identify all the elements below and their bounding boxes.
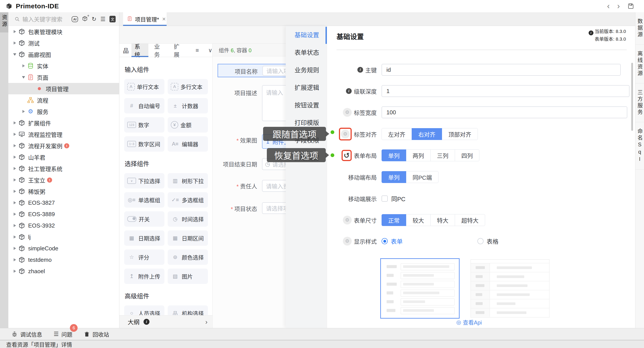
toolbar-回收站[interactable]: 回收站	[84, 330, 109, 338]
tree-item[interactable]: 稀饭粥	[8, 186, 119, 197]
palette-item-评分[interactable]: ☆评分	[124, 249, 164, 265]
tree-item[interactable]: ⚙ 服务	[8, 106, 119, 117]
palette-item-颜色选择[interactable]: ⊚颜色选择	[168, 249, 208, 265]
tree-collapsed-arrow-icon[interactable]	[21, 64, 26, 67]
palette-item-数字[interactable]: 123数字	[124, 117, 164, 133]
palette-item-日期选择[interactable]: ▦日期选择	[124, 230, 164, 246]
palette-item-多选框组[interactable]: ✓≡多选框组	[168, 192, 208, 207]
palette-tab-系统[interactable]: 系统	[132, 44, 148, 57]
table-style-preview[interactable]	[470, 259, 550, 318]
grid-menu-icon[interactable]: 品	[123, 46, 129, 55]
select-control[interactable]: 请选择项目状态	[262, 202, 286, 214]
tree-item[interactable]: 社工管理系统	[8, 163, 119, 174]
scrollbar-thumb[interactable]	[631, 63, 633, 131]
setting-input-主键[interactable]	[382, 64, 621, 76]
option-特大[interactable]: 特大	[430, 214, 455, 226]
nav-forward-icon[interactable]: ›	[617, 2, 620, 10]
option-超特大[interactable]: 超特大	[455, 214, 485, 226]
tree-expanded-arrow-icon[interactable]	[21, 76, 26, 79]
nav-back-icon[interactable]: ‹	[607, 2, 610, 10]
tree-collapsed-arrow-icon[interactable]	[12, 121, 18, 124]
palette-item-单行文本[interactable]: A单行文本	[124, 79, 164, 94]
tree-collapsed-arrow-icon[interactable]	[12, 270, 18, 273]
palette-item-金额[interactable]: ¥金额	[168, 117, 208, 133]
tree-collapsed-arrow-icon[interactable]	[12, 224, 18, 227]
undo-icon[interactable]: ↺	[344, 152, 350, 159]
option-单列[interactable]: 单列	[382, 171, 406, 183]
option-顶部对齐[interactable]: 顶部对齐	[442, 128, 478, 140]
form-style-preview[interactable]	[380, 258, 460, 319]
tree-item[interactable]: 流程监控管理	[8, 129, 119, 140]
tree-collapsed-arrow-icon[interactable]	[12, 144, 18, 147]
input-control[interactable]: 请输入项目名称	[262, 66, 286, 76]
tree-collapsed-arrow-icon[interactable]	[12, 190, 18, 193]
tree-item[interactable]: 画廊视图	[8, 49, 119, 60]
palette-item-单选框组[interactable]: ◎≡单选框组	[124, 192, 164, 207]
tree-item[interactable]: testdemo	[8, 254, 119, 266]
radio-表格[interactable]: 表格	[478, 237, 498, 246]
tab-project-management[interactable]: 项目管理* ×	[123, 12, 166, 26]
palette-item-开关[interactable]: 开关	[124, 211, 164, 227]
view-api-link[interactable]: ◎ 查看Api	[456, 318, 482, 326]
palette-item-图片[interactable]: ▧图片	[168, 269, 208, 284]
option-两列[interactable]: 两列	[406, 150, 430, 161]
toolbar-问题[interactable]: ☰ 问题 6	[54, 330, 72, 338]
option-正常[interactable]: 正常	[382, 214, 406, 226]
tree-collapsed-arrow-icon[interactable]	[12, 41, 18, 44]
activity-tab-resources[interactable]: 资源	[0, 12, 8, 32]
tree-item[interactable]: 页面	[8, 72, 119, 83]
gear-icon[interactable]: ⚙	[343, 237, 352, 246]
dock-item-数据源[interactable]: 数据源	[636, 12, 644, 44]
tree-collapsed-arrow-icon[interactable]	[12, 247, 18, 250]
tree-item[interactable]: 流程	[8, 94, 119, 106]
tree-collapsed-arrow-icon[interactable]	[12, 258, 18, 261]
tree-item[interactable]: EOS-3827	[8, 197, 119, 208]
collapse-icon[interactable]: ∨	[208, 47, 212, 53]
ai-icon[interactable]: AI	[72, 16, 78, 22]
tree-item[interactable]: lj	[8, 231, 119, 243]
tree-item[interactable]: 流程开发案例 !	[8, 140, 119, 151]
translate-icon[interactable]: 文	[110, 16, 116, 22]
option-三列[interactable]: 三列	[430, 150, 455, 161]
input-control[interactable]: 请输入责任人	[262, 180, 286, 192]
option-右对齐[interactable]: 右对齐	[412, 128, 442, 140]
palette-tab-扩展[interactable]: 扩展	[171, 44, 188, 57]
tree-item[interactable]: 包裹管理模块	[8, 26, 119, 37]
option-四列[interactable]: 四列	[455, 150, 479, 161]
settings-menu-item-基础设置[interactable]: 基础设置	[286, 26, 327, 43]
tree-expanded-arrow-icon[interactable]	[12, 53, 18, 56]
tree-item[interactable]: simpleCode	[8, 243, 119, 254]
palette-item-日期区间[interactable]: ▦日期区间	[168, 230, 208, 246]
outline-bar[interactable]: 大纲 i ›	[119, 315, 212, 328]
palette-item-自动编号[interactable]: #自动编号	[124, 98, 164, 113]
palette-item-数字区间[interactable]: 1~3数字区间	[124, 136, 164, 152]
palette-item-树形下拉[interactable]: ▥树形下拉	[168, 173, 208, 188]
toolbar-调试信息[interactable]: 调试信息	[12, 330, 42, 338]
palette-item-编辑器[interactable]: A≡编辑器	[168, 136, 208, 152]
dock-item-三方服务[interactable]: 三方服务	[636, 83, 644, 122]
selected-field-项目名称[interactable]: 项目名称 请输入项目名称	[218, 64, 286, 77]
hamburger-icon[interactable]: ≡	[196, 47, 199, 53]
settings-menu-item-按钮设置[interactable]: 按钮设置	[286, 96, 327, 114]
option-较大[interactable]: 较大	[406, 214, 430, 226]
save-icon[interactable]	[627, 3, 634, 10]
tree-item[interactable]: EOS-3889	[8, 208, 119, 220]
gear-icon[interactable]: ⚙	[343, 108, 352, 117]
option-左对齐[interactable]: 左对齐	[382, 128, 412, 140]
option-单列[interactable]: 单列	[382, 150, 406, 161]
tree-collapsed-arrow-icon[interactable]	[12, 201, 18, 204]
settings-menu-item-扩展逻辑[interactable]: 扩展逻辑	[286, 79, 327, 96]
explorer-search-bar[interactable]: 输入关键字搜索 AI + ↻ ☰ 文	[8, 12, 119, 26]
palette-item-人员选择[interactable]: ○人员选择	[124, 305, 164, 315]
new-model-icon[interactable]: +	[82, 16, 88, 22]
tree-collapsed-arrow-icon[interactable]	[12, 133, 18, 136]
dock-item-离线资源[interactable]: 离线资源	[636, 44, 644, 83]
palette-tab-业务[interactable]: 业务	[151, 44, 168, 57]
tree-collapsed-arrow-icon[interactable]	[12, 235, 18, 238]
search-input[interactable]: 输入关键字搜索	[22, 15, 62, 23]
textarea-control[interactable]: 请输入	[262, 85, 286, 121]
tree-item[interactable]: 项目管理	[8, 83, 119, 94]
refresh-icon[interactable]: ↻	[92, 16, 96, 22]
checkbox-同PC[interactable]	[382, 195, 388, 202]
settings-menu-item-表单状态[interactable]: 表单状态	[286, 43, 327, 61]
